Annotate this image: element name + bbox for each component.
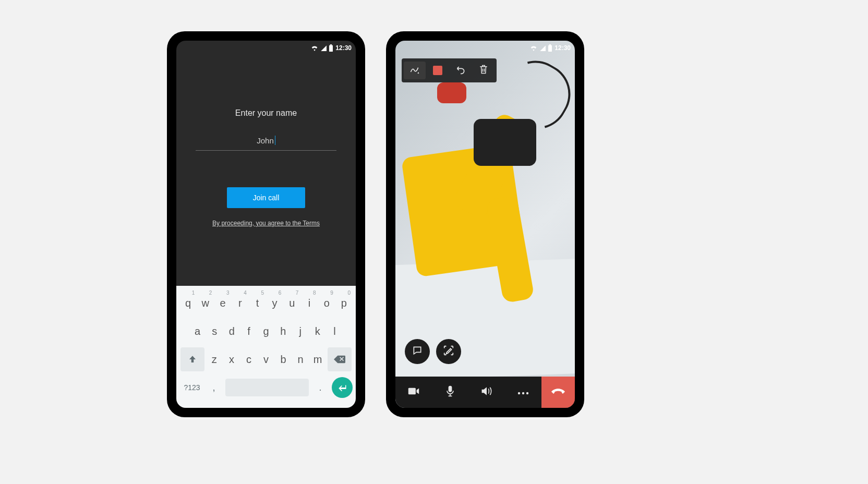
text-caret bbox=[275, 136, 275, 145]
toggle-mic-button[interactable] bbox=[432, 377, 468, 408]
wifi-icon bbox=[311, 45, 318, 51]
key-l[interactable]: l bbox=[326, 319, 343, 343]
color-swatch-icon bbox=[433, 66, 442, 75]
annotate-icon bbox=[443, 345, 454, 358]
wifi-icon bbox=[530, 45, 537, 51]
soft-keyboard: 1q2w3e4r5t6y7u8i9o0p asdfghjkl zxcvbnm ?… bbox=[176, 286, 356, 408]
chat-button[interactable] bbox=[405, 339, 430, 364]
pen-icon bbox=[409, 64, 420, 77]
key-v[interactable]: v bbox=[257, 347, 274, 371]
backspace-key[interactable] bbox=[328, 347, 352, 371]
key-u[interactable]: 7u bbox=[283, 291, 300, 315]
period-key[interactable]: . bbox=[311, 376, 330, 400]
signal-icon bbox=[539, 45, 546, 51]
svg-rect-2 bbox=[548, 45, 552, 52]
status-time: 12:30 bbox=[554, 44, 571, 52]
key-r[interactable]: 4r bbox=[232, 291, 249, 315]
status-bar: 12:30 bbox=[311, 41, 356, 54]
symbols-key[interactable]: ?123 bbox=[179, 376, 204, 400]
key-e[interactable]: 3e bbox=[214, 291, 231, 315]
video-icon bbox=[408, 387, 419, 397]
key-row-1: 1q2w3e4r5t6y7u8i9o0p bbox=[178, 289, 354, 317]
key-row-3: zxcvbnm bbox=[178, 345, 354, 373]
enter-name-title: Enter your name bbox=[235, 108, 297, 118]
name-input-value: John bbox=[257, 136, 274, 145]
key-b[interactable]: b bbox=[275, 347, 292, 371]
shift-key[interactable] bbox=[180, 347, 204, 371]
svg-point-6 bbox=[518, 392, 520, 394]
color-picker-button[interactable] bbox=[427, 62, 449, 79]
key-k[interactable]: k bbox=[309, 319, 326, 343]
more-icon bbox=[517, 388, 529, 397]
key-row-2: asdfghjkl bbox=[178, 317, 354, 345]
more-options-button[interactable] bbox=[505, 377, 541, 408]
svg-rect-1 bbox=[330, 44, 332, 45]
screen-call: 12:30 bbox=[395, 41, 575, 408]
key-row-4: ?123 , . bbox=[178, 373, 354, 402]
join-call-button[interactable]: Join call bbox=[227, 187, 305, 208]
mic-icon bbox=[446, 385, 454, 399]
svg-rect-5 bbox=[449, 386, 452, 392]
terms-link[interactable]: By proceeding, you agree to the Terms bbox=[212, 220, 320, 227]
pen-tool-button[interactable] bbox=[404, 62, 426, 79]
key-j[interactable]: j bbox=[292, 319, 309, 343]
toggle-speaker-button[interactable] bbox=[468, 377, 505, 408]
key-n[interactable]: n bbox=[292, 347, 309, 371]
svg-point-7 bbox=[522, 392, 524, 394]
space-key[interactable] bbox=[225, 379, 309, 396]
key-s[interactable]: s bbox=[206, 319, 223, 343]
comma-key[interactable]: , bbox=[204, 376, 223, 400]
key-w[interactable]: 2w bbox=[197, 291, 214, 315]
end-call-icon bbox=[551, 388, 565, 397]
chat-icon bbox=[412, 345, 423, 358]
annotate-button[interactable] bbox=[436, 339, 461, 364]
key-q[interactable]: 1q bbox=[179, 291, 197, 315]
signal-icon bbox=[320, 45, 327, 51]
svg-point-8 bbox=[526, 392, 528, 394]
phone-join-call: 12:30 Enter your name John Join call By … bbox=[167, 31, 365, 417]
key-a[interactable]: a bbox=[189, 319, 206, 343]
name-input[interactable]: John bbox=[196, 136, 336, 151]
key-g[interactable]: g bbox=[258, 319, 275, 343]
status-bar: 12:30 bbox=[530, 41, 575, 54]
key-t[interactable]: 5t bbox=[249, 291, 266, 315]
key-i[interactable]: 8i bbox=[300, 291, 318, 315]
key-m[interactable]: m bbox=[309, 347, 327, 371]
key-y[interactable]: 6y bbox=[266, 291, 283, 315]
key-d[interactable]: d bbox=[223, 319, 240, 343]
key-z[interactable]: z bbox=[206, 347, 223, 371]
battery-icon bbox=[329, 44, 333, 52]
annotation-toolbar bbox=[402, 58, 497, 82]
stage: 12:30 Enter your name John Join call By … bbox=[0, 0, 868, 484]
end-call-button[interactable] bbox=[541, 377, 575, 408]
status-time: 12:30 bbox=[335, 44, 352, 52]
undo-icon bbox=[455, 64, 466, 77]
undo-button[interactable] bbox=[450, 62, 472, 79]
call-controls bbox=[395, 377, 575, 408]
svg-rect-4 bbox=[408, 388, 416, 395]
toggle-video-button[interactable] bbox=[395, 377, 432, 408]
join-form: Enter your name John Join call By procee… bbox=[176, 108, 356, 227]
svg-rect-0 bbox=[329, 45, 333, 52]
key-x[interactable]: x bbox=[223, 347, 240, 371]
screen-join: 12:30 Enter your name John Join call By … bbox=[176, 41, 356, 408]
svg-rect-3 bbox=[549, 44, 551, 45]
key-p[interactable]: 0p bbox=[335, 291, 353, 315]
battery-icon bbox=[548, 44, 552, 52]
trash-icon bbox=[479, 64, 488, 77]
enter-key[interactable] bbox=[332, 377, 353, 398]
key-f[interactable]: f bbox=[240, 319, 258, 343]
key-h[interactable]: h bbox=[274, 319, 292, 343]
delete-annotations-button[interactable] bbox=[473, 62, 495, 79]
key-c[interactable]: c bbox=[240, 347, 257, 371]
key-o[interactable]: 9o bbox=[318, 291, 335, 315]
speaker-icon bbox=[481, 386, 492, 398]
phone-in-call: 12:30 bbox=[386, 31, 584, 417]
